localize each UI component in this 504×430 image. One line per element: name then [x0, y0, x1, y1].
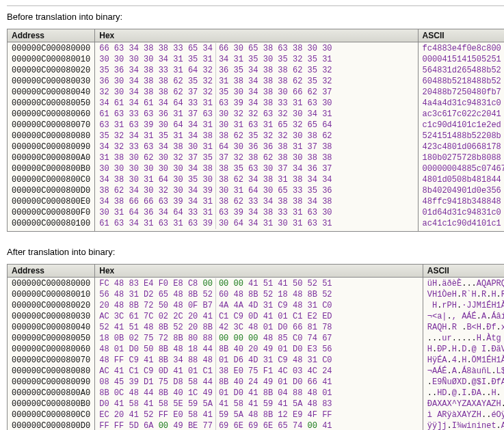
- ascii-column: ASCII fc4883e4f0e8c800 0000415141505251 …: [419, 29, 504, 231]
- hex-row: D0 41 58 41 58 5E 59 5A41 58 41 59 41 5A…: [99, 399, 419, 409]
- header-hex: Hex: [95, 265, 423, 278]
- hex-row: 20 48 8B 72 50 48 0F B74A 4A 4D 31 C9 48…: [99, 300, 419, 311]
- hex-row: 34 38 30 31 64 30 35 3038 62 34 38 31 38…: [99, 174, 413, 185]
- hex-row: 35 32 34 31 35 31 34 3838 62 35 32 32 30…: [99, 131, 413, 142]
- header-address: Address: [8, 29, 94, 42]
- header-ascii: ASCII: [423, 265, 504, 278]
- hex-row: 61 63 34 31 63 31 63 3930 64 34 31 30 31…: [99, 218, 413, 229]
- hexdump-before: Address 000000C000080000 000000C00008001…: [7, 29, 504, 232]
- hex-row: 30 31 64 36 34 64 33 3163 39 34 38 33 31…: [99, 207, 413, 218]
- address-column: Address 000000C000080000 000000C00008001…: [8, 29, 95, 231]
- hex-row: 34 61 34 61 34 64 33 3163 39 34 38 33 31…: [99, 98, 413, 109]
- hex-row: 32 30 34 38 38 62 37 3235 30 34 38 30 66…: [99, 87, 413, 98]
- hex-row: 56 48 31 D2 65 48 8B 5260 48 8B 52 18 48…: [99, 289, 419, 300]
- hex-row: 30 30 30 30 30 30 34 3838 35 63 30 37 34…: [99, 163, 413, 174]
- hex-row: 48 01 D0 50 8B 48 18 448B 40 20 49 01 D0…: [99, 344, 419, 355]
- hex-row: 52 41 51 48 8B 52 20 8B42 3C 48 01 D0 66…: [99, 322, 419, 333]
- hex-row: 38 62 34 30 32 30 34 3930 31 64 30 65 33…: [99, 185, 413, 196]
- caption-after: After translation into binary:: [7, 247, 504, 257]
- header-address: Address: [8, 265, 94, 278]
- hex-row: 48 FF C9 41 8B 34 88 4801 D6 4D 31 C9 48…: [99, 355, 419, 366]
- hex-row: EC 20 41 52 FF E0 58 4159 5A 48 8B 12 E9…: [99, 409, 419, 420]
- hexdump-after: Address 000000C000080000 000000C00008001…: [7, 264, 504, 430]
- hex-row: 66 63 34 38 38 33 65 3466 30 65 38 63 38…: [99, 43, 413, 54]
- hex-row: 30 30 30 30 34 31 35 3134 31 35 30 35 32…: [99, 54, 413, 65]
- ascii-column: ASCII üH.äðèÈ...AQAPRQ VH1ÒeH.R`H.R.H.R …: [423, 265, 504, 430]
- hex-row: 35 36 34 38 33 31 64 3236 35 34 38 38 62…: [99, 65, 413, 76]
- hex-column: Hex FC 48 83 E4 F0 E8 C8 0000 00 41 51 4…: [95, 265, 423, 430]
- hex-row: AC 3C 61 7C 02 2C 20 41C1 C9 0D 41 01 C1…: [99, 311, 419, 322]
- hex-row: 34 38 66 66 63 39 34 3138 62 33 34 38 38…: [99, 196, 413, 207]
- address-column: Address 000000C000080000 000000C00008001…: [8, 265, 95, 430]
- hex-row: 31 38 30 62 30 32 37 3537 32 38 62 38 30…: [99, 152, 413, 163]
- hex-row: 36 30 34 38 38 62 35 3231 38 34 38 38 62…: [99, 76, 413, 87]
- hex-row: 63 31 63 39 30 64 34 3130 31 63 31 65 32…: [99, 120, 413, 131]
- hex-row: 61 63 33 63 36 31 37 6330 32 32 63 32 30…: [99, 109, 413, 120]
- hex-row: 18 0B 02 75 72 8B 80 8800 00 00 48 85 C0…: [99, 333, 419, 344]
- hex-column: Hex 66 63 34 38 38 33 65 3466 30 65 38 6…: [95, 29, 418, 231]
- hex-row: FC 48 83 E4 F0 E8 C8 0000 00 41 51 41 50…: [99, 278, 419, 289]
- header-ascii: ASCII: [419, 29, 504, 42]
- caption-before: Before translation into binary:: [7, 12, 504, 22]
- header-hex: Hex: [95, 29, 417, 42]
- hex-row: 08 45 39 D1 75 D8 58 448B 40 24 49 01 D0…: [99, 377, 419, 388]
- hex-row: 8B 0C 48 44 8B 40 1C 4901 D0 41 8B 04 88…: [99, 388, 419, 399]
- hex-row: 34 32 33 63 34 38 30 3164 30 36 36 38 31…: [99, 142, 413, 152]
- hex-row: FF FF 5D 6A 00 49 BE 7769 6E 69 6E 65 74…: [99, 420, 419, 430]
- hex-row: AC 41 C1 C9 0D 41 01 C138 E0 75 F1 4C 03…: [99, 366, 419, 377]
